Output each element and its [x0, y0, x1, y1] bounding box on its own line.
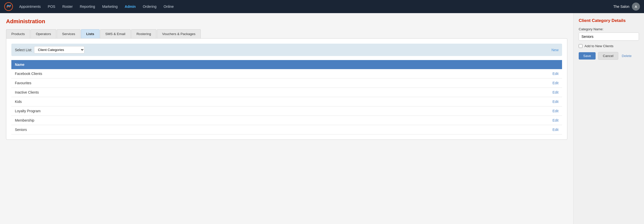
table-row: SeniorsEdit — [11, 125, 562, 134]
table-row: MembershipEdit — [11, 116, 562, 125]
add-to-new-clients-checkbox[interactable] — [579, 44, 582, 48]
content-box: Select List: Client Categories Product C… — [6, 38, 567, 140]
row-name: Seniors — [11, 125, 547, 134]
new-button[interactable]: New — [551, 48, 559, 52]
row-edit-cell: Edit — [547, 78, 562, 88]
row-name: Facebook Clients — [11, 69, 547, 78]
edit-link[interactable]: Edit — [552, 90, 559, 94]
nav-admin[interactable]: Admin — [122, 3, 139, 10]
col-action-header — [547, 60, 562, 69]
app-logo — [4, 2, 13, 11]
row-name: Favourites — [11, 78, 547, 88]
nav-links: Appointments POS Roster Reporting Market… — [16, 3, 613, 10]
tab-lists[interactable]: Lists — [81, 29, 100, 38]
table-header-row: Name — [11, 60, 562, 69]
edit-link[interactable]: Edit — [552, 81, 559, 85]
row-edit-cell: Edit — [547, 97, 562, 106]
tab-vouchers-packages[interactable]: Vouchers & Packages — [157, 29, 201, 38]
select-list-dropdown[interactable]: Client Categories Product Categories Ser… — [34, 46, 84, 53]
select-list-row: Select List: Client Categories Product C… — [11, 44, 562, 56]
nav-appointments[interactable]: Appointments — [16, 3, 44, 10]
navbar-right: The Salon A — [613, 3, 640, 11]
row-name: Loyalty Program — [11, 106, 547, 116]
panel-actions: Save Cancel Delete — [579, 52, 639, 60]
nav-online[interactable]: Online — [161, 3, 177, 10]
save-button[interactable]: Save — [579, 52, 596, 60]
add-to-new-clients-row: Add to New Clients — [579, 44, 639, 48]
tabs: Products Operators Services Lists SMS & … — [6, 29, 567, 38]
row-edit-cell: Edit — [547, 116, 562, 125]
edit-link[interactable]: Edit — [552, 109, 559, 113]
tab-products[interactable]: Products — [6, 29, 30, 38]
nav-marketing[interactable]: Marketing — [99, 3, 121, 10]
nav-roster[interactable]: Roster — [59, 3, 76, 10]
salon-name: The Salon — [613, 5, 629, 9]
add-to-new-clients-label: Add to New Clients — [584, 44, 613, 48]
cancel-button[interactable]: Cancel — [598, 52, 618, 60]
row-edit-cell: Edit — [547, 106, 562, 116]
edit-link[interactable]: Edit — [552, 72, 559, 76]
table-row: FavouritesEdit — [11, 78, 562, 88]
row-name: Kids — [11, 97, 547, 106]
table-row: Loyalty ProgramEdit — [11, 106, 562, 116]
row-edit-cell: Edit — [547, 125, 562, 134]
right-panel: Client Category Details Category Name: A… — [573, 13, 644, 224]
tab-services[interactable]: Services — [57, 29, 80, 38]
category-name-input[interactable] — [579, 33, 639, 41]
table-row: KidsEdit — [11, 97, 562, 106]
tab-rostering[interactable]: Rostering — [131, 29, 156, 38]
edit-link[interactable]: Edit — [552, 118, 559, 122]
select-list-left: Select List: Client Categories Product C… — [15, 46, 84, 53]
tab-sms-email[interactable]: SMS & Email — [100, 29, 131, 38]
edit-link[interactable]: Edit — [552, 100, 559, 104]
categories-table: Name Facebook ClientsEditFavouritesEditI… — [11, 60, 562, 134]
row-edit-cell: Edit — [547, 69, 562, 78]
edit-link[interactable]: Edit — [552, 128, 559, 132]
table-row: Inactive ClientsEdit — [11, 88, 562, 97]
category-name-label: Category Name: — [579, 27, 639, 31]
user-avatar[interactable]: A — [632, 3, 640, 11]
col-name-header: Name — [11, 60, 547, 69]
panel-title: Client Category Details — [579, 18, 639, 23]
page-title: Administration — [6, 18, 567, 25]
nav-reporting[interactable]: Reporting — [77, 3, 98, 10]
select-list-label: Select List: — [15, 48, 32, 52]
nav-ordering[interactable]: Ordering — [140, 3, 159, 10]
row-edit-cell: Edit — [547, 88, 562, 97]
navbar: Appointments POS Roster Reporting Market… — [0, 0, 644, 13]
table-row: Facebook ClientsEdit — [11, 69, 562, 78]
tab-operators[interactable]: Operators — [31, 29, 56, 38]
left-content: Administration Products Operators Servic… — [0, 13, 573, 224]
row-name: Membership — [11, 116, 547, 125]
nav-pos[interactable]: POS — [45, 3, 58, 10]
row-name: Inactive Clients — [11, 88, 547, 97]
main-container: Administration Products Operators Servic… — [0, 13, 644, 224]
delete-button[interactable]: Delete — [621, 52, 633, 60]
